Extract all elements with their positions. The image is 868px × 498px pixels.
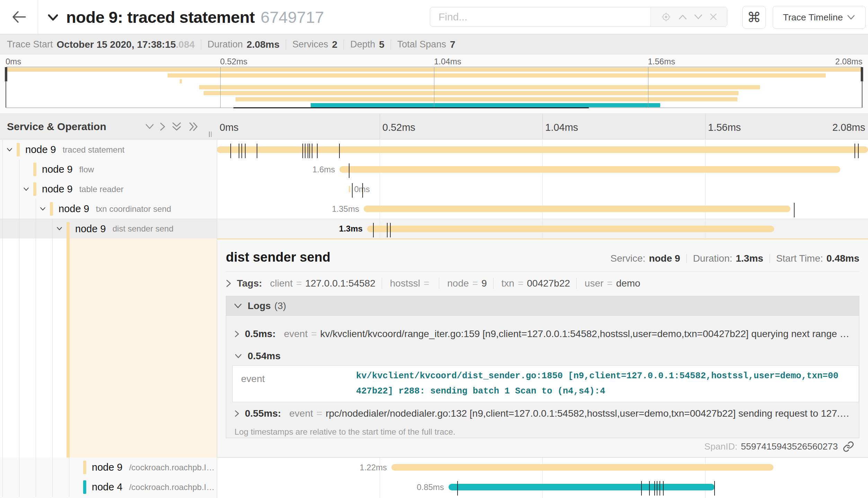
indent-guide: [69, 477, 69, 497]
logs-header[interactable]: Logs (3): [226, 296, 859, 316]
overview-label: Duration:: [693, 253, 733, 264]
span-detail-highlight: [70, 238, 217, 458]
minimap-right-handle[interactable]: [861, 67, 863, 81]
log-marker[interactable]: [649, 481, 650, 496]
minimap-highlight-line: [233, 107, 589, 108]
next-result-icon[interactable]: [694, 14, 703, 20]
expand-one-icon[interactable]: [160, 122, 166, 131]
depth-value: 5: [379, 39, 384, 50]
span-duration-bar[interactable]: [349, 186, 351, 192]
indent-guide: [36, 477, 36, 497]
span-duration-bar[interactable]: [367, 226, 774, 232]
log-marker[interactable]: [657, 481, 657, 496]
log-marker[interactable]: [373, 223, 374, 237]
log-marker[interactable]: [257, 144, 257, 158]
span-duration-bar[interactable]: [391, 464, 773, 471]
chevron-down-icon[interactable]: [56, 226, 62, 233]
log-marker[interactable]: [241, 144, 242, 158]
deep-link-icon[interactable]: [843, 441, 854, 452]
log-marker[interactable]: [390, 223, 391, 237]
log-marker[interactable]: [239, 144, 239, 158]
span-detail-panel: dist sender send Service:node 9Duration:…: [217, 238, 868, 458]
column-divider[interactable]: [217, 140, 217, 498]
chevron-down-icon[interactable]: [40, 206, 46, 213]
span-name-cell[interactable]: node 9traced statement: [0, 140, 217, 160]
find-input[interactable]: [430, 7, 650, 26]
log-entry-expanded-header[interactable]: 0.54ms: [226, 350, 859, 363]
span-name-cell[interactable]: node 4/cockroach.roachpb.I…: [0, 477, 217, 497]
span-id-row: SpanID: 5597415943526560273: [704, 441, 854, 452]
collapse-all-icon[interactable]: [171, 121, 182, 132]
stats-separator: [391, 39, 391, 50]
log-marker[interactable]: [654, 481, 655, 496]
service-operation-title: Service & Operation: [7, 121, 106, 133]
log-marker[interactable]: [387, 223, 388, 237]
log-marker[interactable]: [349, 163, 349, 178]
log-key-value-table: eventkv/kvclient/kvcoord/dist_sender.go:…: [232, 365, 859, 402]
log-marker[interactable]: [309, 144, 310, 158]
log-entry[interactable]: 0.5ms:event=kv/kvclient/kvcoord/range_it…: [226, 327, 859, 341]
operation-name: /cockroach.roachpb.I…: [129, 482, 215, 492]
span-duration-bar[interactable]: [449, 484, 715, 490]
chevron-down-icon[interactable]: [7, 147, 12, 154]
log-entry[interactable]: 0.55ms:event=rpc/nodedialer/nodedialer.g…: [226, 407, 859, 420]
collapse-trace-chevron[interactable]: [46, 11, 60, 24]
log-marker[interactable]: [362, 183, 363, 198]
tags-row[interactable]: Tags: client=127.0.0.1:54582hostssl=node…: [226, 275, 859, 292]
log-marker[interactable]: [457, 481, 458, 496]
log-marker[interactable]: [312, 144, 312, 158]
span-name-cell[interactable]: node 9txn coordinator send: [0, 199, 217, 219]
keyboard-shortcuts-button[interactable]: ⌘: [742, 6, 766, 29]
overview-value: 1.3ms: [736, 253, 763, 264]
overview-value: node 9: [649, 253, 680, 264]
minimap-axis-label: 2.08ms: [835, 57, 862, 66]
minimap-span-bar: [199, 85, 760, 89]
span-name-cell[interactable]: node 9flow: [0, 160, 217, 179]
log-marker[interactable]: [641, 481, 642, 496]
indent-guide: [2, 140, 3, 160]
minimap-canvas[interactable]: [6, 67, 862, 108]
span-row: node 9traced statement: [0, 140, 868, 160]
log-key: event: [233, 366, 356, 402]
collapse-one-icon[interactable]: [145, 124, 154, 130]
log-marker[interactable]: [858, 144, 859, 158]
span-duration-bar[interactable]: [339, 166, 840, 173]
span-name-cell[interactable]: node 9/cockroach.roachpb.I…: [0, 458, 217, 477]
log-marker[interactable]: [302, 144, 303, 158]
tag-value: demo: [616, 278, 640, 289]
log-key: event: [289, 408, 313, 419]
log-marker[interactable]: [714, 481, 715, 496]
span-duration-bar[interactable]: [217, 146, 868, 153]
operation-name: table reader: [79, 184, 124, 194]
prev-result-icon[interactable]: [678, 14, 687, 20]
service-color-bar: [67, 222, 70, 238]
span-duration-bar[interactable]: [364, 206, 790, 212]
span-name-text: node 9txn coordinator send: [59, 199, 171, 219]
span-name-cell[interactable]: node 9table reader: [0, 179, 217, 199]
log-marker[interactable]: [230, 144, 231, 158]
clear-search-icon[interactable]: [709, 13, 717, 21]
minimap-left-handle[interactable]: [5, 67, 7, 81]
log-marker[interactable]: [339, 144, 340, 158]
span-row: node 4/cockroach.roachpb.I…0.85ms: [0, 477, 868, 497]
timeline-axis-separator: [705, 114, 706, 139]
log-marker[interactable]: [308, 144, 308, 158]
log-marker[interactable]: [854, 144, 855, 158]
logs-note: Log timestamps are relative to the start…: [226, 420, 859, 438]
log-marker[interactable]: [352, 183, 353, 198]
trace-view-dropdown[interactable]: Trace Timeline: [773, 6, 866, 29]
back-button[interactable]: [0, 0, 38, 34]
locate-icon[interactable]: [661, 11, 672, 22]
expand-all-icon[interactable]: [187, 122, 200, 132]
timeline-axis-label: 1.04ms: [545, 122, 578, 133]
span-name-cell[interactable]: node 9dist sender send: [0, 219, 217, 238]
log-marker[interactable]: [317, 144, 318, 158]
log-marker[interactable]: [245, 144, 246, 158]
log-marker[interactable]: [659, 481, 660, 496]
chevron-down-icon[interactable]: [23, 186, 29, 193]
column-resize-grip[interactable]: [209, 132, 213, 137]
service-name: node 9: [75, 223, 106, 235]
log-marker[interactable]: [663, 481, 664, 496]
log-marker[interactable]: [305, 144, 305, 158]
log-marker[interactable]: [794, 203, 795, 217]
